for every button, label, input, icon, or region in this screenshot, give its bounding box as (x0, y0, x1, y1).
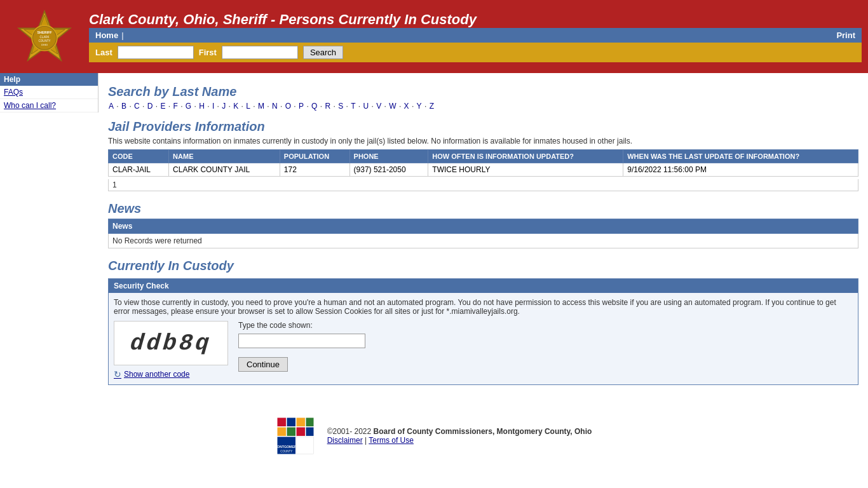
alpha-x[interactable]: X (404, 102, 409, 111)
svg-text:COUNTY: COUNTY (39, 39, 51, 43)
alpha-d[interactable]: D (147, 102, 153, 111)
alpha-o[interactable]: O (285, 102, 291, 111)
refresh-icon: ↻ (114, 369, 121, 379)
svg-rect-14 (287, 428, 295, 437)
last-name-input[interactable] (118, 46, 194, 59)
news-no-records: No Records were returned (108, 234, 858, 248)
alpha-t[interactable]: T (351, 102, 355, 111)
first-label: First (199, 48, 217, 57)
col-population: POPULATION (280, 150, 349, 163)
continue-btn-container: Continue (238, 352, 365, 372)
search-button[interactable]: Search (303, 46, 343, 59)
home-link[interactable]: Home (95, 30, 118, 40)
first-name-input[interactable] (222, 46, 298, 59)
search-section: Search by Last Name A · B · C · D · E · … (108, 85, 858, 111)
search-heading: Search by Last Name (108, 85, 858, 99)
svg-rect-12 (306, 418, 313, 427)
custody-heading: Currently In Custody (108, 259, 858, 273)
cell-phone: (937) 521-2050 (349, 163, 428, 177)
nav-links: Home | (95, 30, 127, 40)
table-row: CLAR-JAIL CLARK COUNTY JAIL 172 (937) 52… (109, 163, 858, 177)
svg-rect-15 (296, 428, 305, 437)
footer-links: Disclaimer | Terms of Use (327, 436, 592, 445)
nav-separator: | (121, 30, 123, 40)
jail-providers-table: CODE NAME POPULATION PHONE HOW OFTEN IS … (108, 149, 858, 177)
table-footer-count: 1 (108, 179, 858, 191)
alpha-q[interactable]: Q (311, 102, 317, 111)
svg-rect-11 (296, 418, 305, 427)
continue-button[interactable]: Continue (238, 357, 288, 372)
nav-bar: Home | Print (89, 28, 862, 43)
content: Search by Last Name A · B · C · D · E · … (98, 73, 868, 391)
captcha-display: ddb8q (129, 330, 213, 356)
security-body: To view those currently in custody, you … (109, 293, 858, 384)
alpha-m[interactable]: M (258, 102, 264, 111)
captcha-input[interactable] (238, 334, 365, 348)
sidebar: Help FAQs Who can I call? (0, 73, 98, 112)
header: SHERIFF CLARK COUNTY OHIO Clark County, … (0, 0, 868, 73)
montgomery-county-logo: MONTGOMERY COUNTY (276, 417, 315, 455)
col-phone: PHONE (349, 150, 428, 163)
captcha-image: ddb8q (114, 321, 228, 365)
col-update-freq: HOW OFTEN IS INFORMATION UPDATED? (428, 150, 623, 163)
custody-section: Currently In Custody Security Check To v… (108, 259, 858, 385)
alpha-g[interactable]: G (186, 102, 191, 111)
news-heading: News (108, 201, 858, 216)
alpha-u[interactable]: U (363, 102, 369, 111)
svg-rect-16 (306, 428, 313, 437)
alpha-a[interactable]: A (109, 102, 114, 111)
alpha-c[interactable]: C (134, 102, 140, 111)
alpha-i[interactable]: I (212, 102, 214, 111)
security-box: Security Check To view those currently i… (108, 278, 858, 385)
cell-name: CLARK COUNTY JAIL (169, 163, 280, 177)
col-name: NAME (169, 150, 280, 163)
disclaimer-link[interactable]: Disclaimer (327, 436, 363, 445)
alpha-v[interactable]: V (376, 102, 381, 111)
print-link[interactable]: Print (836, 30, 855, 40)
cell-update-freq: TWICE HOURLY (428, 163, 623, 177)
security-text: To view those currently in custody, you … (114, 298, 853, 316)
alpha-y[interactable]: Y (417, 102, 422, 111)
alpha-k[interactable]: K (233, 102, 238, 111)
alpha-p[interactable]: P (299, 102, 304, 111)
captcha-label: Type the code shown: (238, 321, 365, 330)
svg-text:COUNTY: COUNTY (280, 450, 292, 453)
show-another-code[interactable]: ↻ Show another code (114, 369, 228, 379)
svg-text:SHERIFF: SHERIFF (37, 30, 53, 34)
security-header: Security Check (109, 279, 858, 293)
alpha-j[interactable]: J (222, 102, 226, 111)
cell-last-update: 9/16/2022 11:56:00 PM (623, 163, 858, 177)
alpha-e[interactable]: E (160, 102, 165, 111)
cell-population: 172 (280, 163, 349, 177)
cell-code: CLAR-JAIL (109, 163, 169, 177)
news-table-header: News (108, 219, 858, 234)
alpha-s[interactable]: S (338, 102, 343, 111)
svg-text:MONTGOMERY: MONTGOMERY (276, 445, 299, 449)
svg-rect-13 (277, 428, 286, 437)
alpha-z[interactable]: Z (430, 102, 434, 111)
svg-text:OHIO: OHIO (41, 43, 48, 46)
captcha-right: Type the code shown: Continue (238, 321, 365, 372)
alpha-r[interactable]: R (325, 102, 330, 111)
alphabet-links: A · B · C · D · E · F · G · H · I · J · … (108, 102, 858, 111)
sheriff-badge-icon: SHERIFF CLARK COUNTY OHIO (16, 8, 73, 65)
svg-text:CLARK: CLARK (39, 35, 49, 38)
alpha-h[interactable]: H (199, 102, 205, 111)
alpha-b[interactable]: B (121, 102, 126, 111)
show-another-label: Show another code (124, 370, 189, 379)
footer-copyright: ©2001- 2022 Board of County Commissioner… (327, 427, 592, 436)
last-label: Last (95, 48, 112, 57)
alpha-f[interactable]: F (173, 102, 177, 111)
page-title: Clark County, Ohio, Sheriff - Persons Cu… (89, 11, 862, 28)
sidebar-help-header: Help (0, 73, 98, 86)
col-code: CODE (109, 150, 169, 163)
logo-area: SHERIFF CLARK COUNTY OHIO (6, 8, 83, 65)
terms-link[interactable]: Terms of Use (369, 436, 414, 445)
security-content: ddb8q ↻ Show another code Type the code … (114, 321, 853, 379)
news-section: News News No Records were returned (108, 201, 858, 248)
alpha-l[interactable]: L (246, 102, 250, 111)
sidebar-item-faqs[interactable]: FAQs (0, 86, 98, 99)
alpha-n[interactable]: N (272, 102, 278, 111)
sidebar-item-who-can-i-call[interactable]: Who can I call? (0, 99, 98, 112)
alpha-w[interactable]: W (389, 102, 396, 111)
